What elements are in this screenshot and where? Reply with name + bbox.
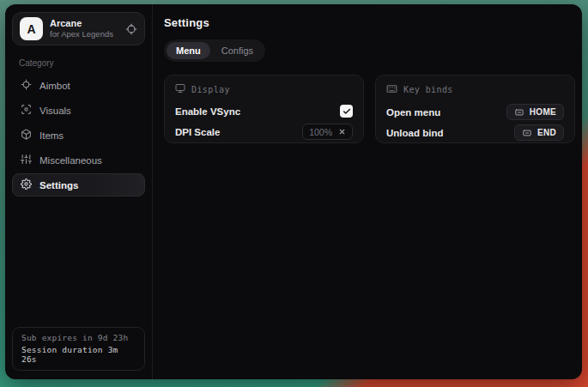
keyboard-icon	[522, 129, 532, 137]
sub-expires-text: Sub expires in 9d 23h	[21, 333, 136, 342]
page-title: Settings	[164, 16, 575, 29]
display-panel: Display Enable VSync DPI Scale 100%	[164, 75, 364, 143]
sidebar: A Arcane for Apex Legends Category Aimbo…	[5, 4, 153, 379]
app-header-card: A Arcane for Apex Legends	[12, 12, 145, 45]
display-panel-header: Display	[175, 83, 353, 95]
display-panel-title: Display	[191, 85, 230, 94]
monitor-icon	[175, 83, 185, 95]
sidebar-item-label: Visuals	[39, 106, 71, 116]
eye-scan-icon	[21, 104, 32, 117]
unload-bind-label: Unload bind	[386, 128, 443, 138]
dpi-scale-input[interactable]: 100%	[302, 124, 353, 140]
keyboard-icon	[514, 108, 524, 117]
open-menu-row: Open menu HOME	[386, 102, 564, 122]
keyboard-icon	[386, 83, 397, 96]
sidebar-item-aimbot[interactable]: Aimbot	[12, 74, 145, 97]
sidebar-item-items[interactable]: Items	[12, 124, 145, 147]
app-logo: A	[20, 17, 43, 40]
app-subtitle: for Apex Legends	[50, 29, 118, 39]
cube-icon	[21, 129, 32, 142]
keybinds-panel-header: Key binds	[386, 83, 564, 96]
keybinds-panel-title: Key binds	[403, 85, 453, 94]
sidebar-item-label: Aimbot	[39, 81, 70, 91]
sidebar-item-miscellaneous[interactable]: Miscellaneous	[12, 148, 145, 172]
gear-icon	[21, 178, 32, 191]
sidebar-nav: Aimbot Visuals Items	[12, 74, 145, 197]
dpi-label: DPI Scale	[175, 127, 220, 137]
tab-bar: Menu Configs	[164, 39, 265, 62]
sidebar-item-label: Miscellaneous	[39, 155, 102, 166]
session-duration-text: Session duration 3m 26s	[21, 345, 136, 364]
vsync-row: Enable VSync	[175, 101, 353, 121]
open-menu-label: Open menu	[386, 107, 440, 118]
app-titles: Arcane for Apex Legends	[50, 18, 118, 40]
subscription-card: Sub expires in 9d 23h Session duration 3…	[12, 327, 145, 371]
check-icon	[342, 107, 351, 116]
sidebar-item-visuals[interactable]: Visuals	[12, 99, 145, 122]
clear-icon[interactable]	[338, 128, 346, 136]
vsync-label: Enable VSync	[175, 106, 240, 117]
crosshair-icon	[21, 79, 32, 92]
tab-menu[interactable]: Menu	[167, 42, 210, 59]
panels-row: Display Enable VSync DPI Scale 100%	[164, 75, 575, 143]
sidebar-item-label: Items	[39, 130, 64, 141]
dpi-row: DPI Scale 100%	[175, 122, 353, 142]
unload-bind-row: Unload bind END	[386, 123, 564, 142]
sidebar-item-settings[interactable]: Settings	[12, 173, 145, 197]
open-menu-keybind[interactable]: HOME	[506, 104, 564, 120]
sidebar-item-label: Settings	[39, 180, 78, 190]
dpi-scale-value: 100%	[309, 127, 332, 137]
main-content: Settings Menu Configs Display Enable VSy…	[153, 4, 582, 379]
vsync-checkbox[interactable]	[340, 105, 353, 118]
unload-bind-key: END	[537, 128, 556, 137]
sidebar-spacer	[12, 197, 145, 327]
sliders-icon	[21, 154, 32, 166]
app-name: Arcane	[50, 18, 118, 30]
keybinds-panel: Key binds Open menu HOME Unload bind	[375, 75, 575, 143]
app-window: A Arcane for Apex Legends Category Aimbo…	[5, 4, 582, 379]
unload-bind-keybind[interactable]: END	[514, 124, 564, 141]
target-icon[interactable]	[125, 23, 137, 35]
open-menu-key: HOME	[530, 107, 556, 117]
category-label: Category	[19, 58, 138, 68]
tab-configs[interactable]: Configs	[212, 42, 263, 59]
